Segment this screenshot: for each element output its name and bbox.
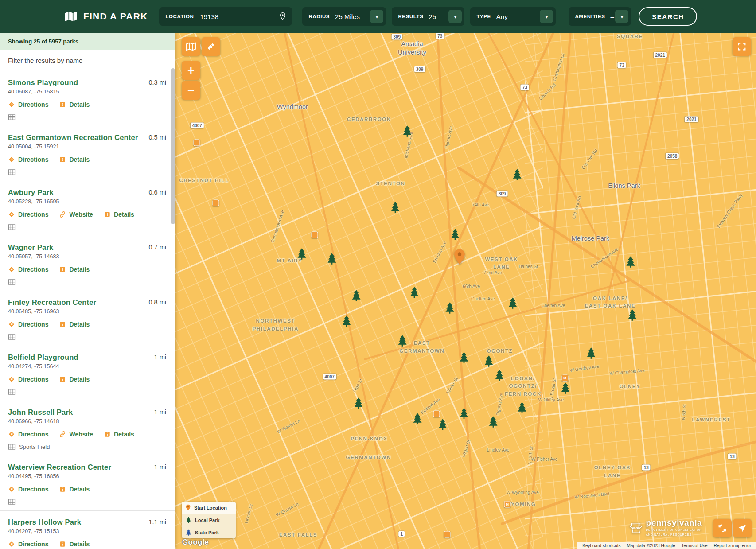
park-link-details[interactable]: Details bbox=[104, 431, 134, 438]
park-name[interactable]: Belfield Playground bbox=[8, 353, 78, 362]
park-link-directions[interactable]: Directions bbox=[8, 431, 48, 438]
results-label: RESULTS bbox=[398, 14, 423, 19]
park-link-details[interactable]: Details bbox=[104, 211, 134, 218]
local-park-marker[interactable] bbox=[459, 407, 469, 419]
local-park-marker[interactable] bbox=[483, 355, 494, 367]
park-link-directions[interactable]: Directions bbox=[8, 486, 48, 493]
local-park-marker[interactable] bbox=[507, 297, 518, 309]
park-amenity bbox=[8, 169, 166, 175]
branding-name: pennsylvania bbox=[646, 518, 702, 527]
local-park-marker[interactable] bbox=[402, 125, 413, 137]
location-field[interactable]: LOCATION bbox=[159, 7, 292, 26]
google-logo[interactable]: Google bbox=[182, 538, 209, 547]
terms-of-use-link[interactable]: Terms of Use bbox=[678, 543, 711, 548]
map-attribution: Keyboard shortcutsMap data ©2023 GoogleT… bbox=[577, 542, 756, 549]
map-data-text: Map data ©2023 Google bbox=[624, 543, 678, 548]
local-park-marker[interactable] bbox=[409, 287, 420, 299]
local-park-marker[interactable] bbox=[625, 256, 635, 268]
local-park-marker[interactable] bbox=[354, 397, 364, 409]
radius-dropdown[interactable]: RADIUS 25 Miles ▾ bbox=[302, 7, 386, 26]
park-links: DirectionsDetails bbox=[8, 321, 166, 328]
sports-field-icon bbox=[8, 498, 16, 505]
park-link-website[interactable]: Website bbox=[59, 211, 93, 218]
satellite-view-button[interactable] bbox=[202, 37, 220, 56]
local-park-marker[interactable] bbox=[341, 315, 351, 327]
scrollbar-thumb[interactable] bbox=[171, 68, 175, 224]
search-button[interactable]: SEARCH bbox=[639, 7, 697, 26]
local-park-marker[interactable] bbox=[488, 416, 499, 428]
park-link-directions[interactable]: Directions bbox=[8, 101, 48, 108]
local-park-marker[interactable] bbox=[445, 302, 455, 314]
local-park-marker[interactable] bbox=[450, 228, 460, 240]
park-link-details[interactable]: Details bbox=[59, 266, 90, 273]
filter-input[interactable] bbox=[0, 50, 175, 71]
map-view-button[interactable] bbox=[182, 37, 200, 56]
park-link-directions[interactable]: Directions bbox=[8, 321, 48, 328]
refresh-button[interactable] bbox=[713, 519, 732, 537]
park-name[interactable]: Wagner Park bbox=[8, 243, 53, 252]
station-marker bbox=[433, 410, 440, 417]
park-name[interactable]: Harpers Hollow Park bbox=[8, 518, 81, 526]
park-links: DirectionsDetails bbox=[8, 266, 166, 273]
park-coordinates: 40.05004, -75.15921 bbox=[8, 144, 166, 150]
park-link-directions[interactable]: Directions bbox=[8, 376, 48, 383]
local-park-marker[interactable] bbox=[296, 248, 307, 260]
park-name[interactable]: Finley Recreation Center bbox=[8, 298, 96, 307]
local-park-marker[interactable] bbox=[397, 335, 407, 347]
local-park-marker[interactable] bbox=[494, 369, 504, 381]
park-link-directions[interactable]: Directions bbox=[8, 156, 48, 163]
park-amenity bbox=[8, 389, 166, 395]
park-link-details[interactable]: Details bbox=[59, 101, 90, 108]
report-map-error-link[interactable]: Report a map error bbox=[711, 543, 754, 548]
park-link-details[interactable]: Details bbox=[59, 486, 90, 493]
chevron-down-icon[interactable]: ▾ bbox=[540, 10, 553, 23]
park-name[interactable]: Awbury Park bbox=[8, 188, 54, 197]
local-park-marker[interactable] bbox=[438, 418, 448, 430]
park-link-details[interactable]: Details bbox=[59, 156, 90, 163]
park-link-details[interactable]: Details bbox=[59, 376, 90, 383]
local-park-marker[interactable] bbox=[412, 413, 422, 424]
keyboard-shortcuts-link[interactable]: Keyboard shortcuts bbox=[579, 543, 624, 548]
station-marker: M bbox=[561, 375, 568, 382]
local-park-marker[interactable] bbox=[586, 347, 596, 359]
local-park-marker[interactable] bbox=[517, 402, 527, 414]
local-park-marker[interactable] bbox=[390, 201, 400, 213]
location-input[interactable] bbox=[199, 12, 276, 21]
chevron-down-icon[interactable]: ▾ bbox=[615, 10, 628, 23]
park-link-directions[interactable]: Directions bbox=[8, 266, 48, 273]
park-coordinates: 40.05057, -75.14683 bbox=[8, 253, 166, 260]
local-park-marker[interactable] bbox=[351, 290, 362, 302]
local-park-marker[interactable] bbox=[459, 352, 469, 364]
sports-field-icon bbox=[8, 114, 16, 121]
my-location-button[interactable] bbox=[733, 519, 752, 537]
zoom-out-button[interactable]: − bbox=[182, 81, 200, 100]
park-link-details[interactable]: Details bbox=[59, 541, 90, 548]
local-park-marker[interactable] bbox=[512, 168, 522, 180]
chevron-down-icon[interactable]: ▾ bbox=[370, 10, 383, 23]
local-park-marker[interactable] bbox=[327, 253, 337, 265]
zoom-in-button[interactable]: + bbox=[182, 61, 200, 80]
park-links: DirectionsDetails bbox=[8, 101, 166, 108]
legend-item-local-park: Local Park bbox=[182, 514, 236, 526]
park-link-details[interactable]: Details bbox=[59, 321, 90, 328]
fullscreen-button[interactable] bbox=[733, 37, 751, 56]
park-name[interactable]: East Germantown Recreation Center bbox=[8, 133, 138, 142]
park-distance: 1 mi bbox=[150, 408, 166, 416]
map-canvas[interactable]: Washington LnChurch RdOgontz AveMichener… bbox=[175, 33, 756, 549]
location-pin-icon[interactable] bbox=[279, 12, 287, 21]
zoom-control: + − bbox=[182, 61, 200, 100]
local-park-marker[interactable] bbox=[627, 309, 637, 321]
results-dropdown[interactable]: RESULTS 25 ▾ bbox=[392, 7, 464, 26]
local-park-marker[interactable] bbox=[560, 382, 570, 394]
park-link-directions[interactable]: Directions bbox=[8, 211, 48, 218]
park-name[interactable]: Simons Playground bbox=[8, 78, 78, 87]
start-location-pin bbox=[454, 249, 466, 265]
type-dropdown[interactable]: TYPE Any ▾ bbox=[470, 7, 556, 26]
chevron-down-icon[interactable]: ▾ bbox=[448, 10, 462, 23]
legend-item-start-location: Start Location bbox=[182, 502, 236, 514]
park-name[interactable]: John Russell Park bbox=[8, 408, 73, 417]
amenities-dropdown[interactable]: AMENITIES – ▾ bbox=[569, 7, 631, 26]
park-link-website[interactable]: Website bbox=[59, 431, 93, 438]
park-link-directions[interactable]: Directions bbox=[8, 541, 48, 548]
park-name[interactable]: Waterview Recreation Center bbox=[8, 463, 111, 471]
